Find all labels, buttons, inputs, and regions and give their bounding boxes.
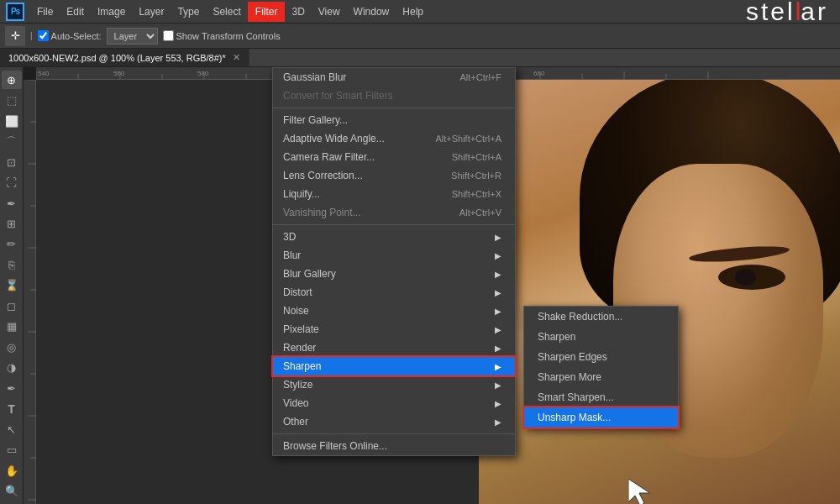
pen-icon[interactable]: ✒	[2, 379, 22, 397]
menu-3d[interactable]: 3D	[285, 3, 311, 21]
show-transform-input[interactable]	[163, 30, 174, 41]
filter-stylize-label: Stylize	[283, 379, 312, 391]
separator-1	[273, 108, 515, 108]
filter-blur-gallery-label: Blur Gallery	[283, 268, 336, 280]
filter-adaptive-label: Adaptive Wide Angle...	[283, 133, 385, 144]
sharpen-sharpen[interactable]: Sharpen	[524, 327, 678, 347]
hand-icon[interactable]: ✋	[2, 461, 22, 480]
separator-3	[273, 433, 515, 434]
ps-logo-inner: Ps	[6, 3, 24, 21]
filter-lens[interactable]: Lens Correction... Shift+Ctrl+R	[273, 166, 515, 185]
filter-browse-label: Browse Filters Online...	[283, 440, 387, 452]
filter-video[interactable]: Video ▶	[273, 394, 515, 412]
filter-lens-label: Lens Correction...	[283, 170, 363, 181]
menu-image[interactable]: Image	[91, 3, 132, 21]
filter-camera-raw[interactable]: Camera Raw Filter... Shift+Ctrl+A	[273, 148, 515, 166]
heal-icon[interactable]: ⊞	[2, 214, 22, 233]
path-select-icon[interactable]: ↖	[2, 420, 22, 438]
menu-layer[interactable]: Layer	[132, 3, 171, 21]
sharpen-submenu-container: Shake Reduction... Sharpen Sharpen Edges…	[523, 306, 679, 428]
filter-noise-arrow: ▶	[495, 307, 501, 316]
active-tab[interactable]: 840x504-NEW2.psd @ 100% (Layer 553, RGB…	[0, 49, 249, 66]
eraser-icon[interactable]: ◻	[2, 297, 22, 315]
auto-select-checkbox[interactable]: Auto-Select:	[38, 30, 102, 41]
layer-select[interactable]: Layer Group	[107, 28, 158, 45]
filter-distort[interactable]: Distort ▶	[273, 283, 515, 302]
menu-edit[interactable]: Edit	[60, 3, 91, 21]
sharpen-edges[interactable]: Sharpen Edges	[524, 347, 678, 367]
move-tool-icon[interactable]: ✛	[5, 26, 25, 46]
sharpen-smart[interactable]: Smart Sharpen...	[524, 387, 678, 407]
tab-bar: 840x504-NEW2.psd @ 100% (Layer 553, RGB…	[0, 49, 840, 67]
left-tools-panel: ⊕ ⬚ ⬜ ⌒ ⊡ ⛶ ✒ ⊞ ✏ ⎘ ⌛ ◻ ▦ ◎ ◑ ✒ T ↖ ▭ ✋ …	[0, 67, 24, 504]
filter-liquify-shortcut: Shift+Ctrl+X	[452, 189, 501, 199]
stellar-logo: stellar	[746, 0, 828, 26]
menu-file[interactable]: File	[30, 3, 60, 21]
eyedropper-icon[interactable]: ✒	[2, 194, 22, 213]
filter-gallery[interactable]: Filter Gallery...	[273, 111, 515, 129]
crop-icon[interactable]: ⛶	[2, 173, 22, 192]
filter-blur[interactable]: Blur ▶	[273, 246, 515, 265]
filter-convert-smart: Convert for Smart Filters	[273, 87, 515, 105]
menu-select[interactable]: Select	[206, 3, 247, 21]
filter-browse[interactable]: Browse Filters Online...	[273, 437, 515, 455]
menu-type[interactable]: Type	[171, 3, 206, 21]
move-icon[interactable]: ⊕	[2, 71, 22, 89]
toolbar-bar: ✛ | Auto-Select: Layer Group Show Transf…	[0, 24, 840, 49]
smart-sharpen-label: Smart Sharpen...	[538, 391, 614, 403]
clone-icon[interactable]: ⎘	[2, 255, 22, 274]
sharpen-more-label: Sharpen More	[538, 371, 601, 383]
filter-vanishing[interactable]: Vanishing Point... Alt+Ctrl+V	[273, 203, 515, 222]
sharpen-sharpen-label: Sharpen	[538, 331, 575, 343]
marquee-icon[interactable]: ⬜	[2, 112, 22, 130]
type-icon[interactable]: T	[2, 400, 22, 418]
quick-select-icon[interactable]: ⊡	[2, 153, 22, 171]
artboard-icon[interactable]: ⬚	[2, 91, 22, 109]
filter-distort-arrow: ▶	[495, 288, 501, 297]
filter-blur-gallery-arrow: ▶	[495, 270, 501, 279]
zoom-icon[interactable]: 🔍	[2, 481, 22, 500]
filter-pixelate[interactable]: Pixelate ▶	[273, 320, 515, 339]
lasso-icon[interactable]: ⌒	[2, 132, 22, 150]
menu-view[interactable]: View	[312, 3, 347, 21]
filter-noise[interactable]: Noise ▶	[273, 302, 515, 320]
shape-icon[interactable]: ▭	[2, 440, 22, 459]
filter-3d-label: 3D	[283, 231, 296, 243]
brush-icon[interactable]: ✏	[2, 235, 22, 254]
filter-distort-label: Distort	[283, 286, 312, 298]
tab-close[interactable]: ✕	[233, 52, 240, 63]
filter-3d[interactable]: 3D ▶	[273, 228, 515, 246]
filter-liquify[interactable]: Liquify... Shift+Ctrl+X	[273, 185, 515, 203]
gradient-icon[interactable]: ▦	[2, 318, 22, 336]
menu-bar: Ps File Edit Image Layer Type Select Fil…	[0, 0, 840, 24]
history-icon[interactable]: ⌛	[2, 276, 22, 295]
filter-noise-label: Noise	[283, 305, 309, 317]
filter-gaussian-blur-label: Gaussian Blur	[283, 71, 346, 83]
ruler-vertical: 0 1 2 3 4 5	[24, 80, 36, 504]
filter-other[interactable]: Other ▶	[273, 412, 515, 431]
dodge-icon[interactable]: ◑	[2, 359, 22, 377]
menu-filter[interactable]: Filter	[248, 2, 286, 22]
sharpen-edges-label: Sharpen Edges	[538, 351, 607, 363]
sharpen-unsharp-mask[interactable]: Unsharp Mask...	[524, 407, 678, 428]
menu-window[interactable]: Window	[347, 3, 396, 21]
eye-element	[718, 265, 785, 290]
menu-help[interactable]: Help	[396, 3, 430, 21]
filter-adaptive[interactable]: Adaptive Wide Angle... Alt+Shift+Ctrl+A	[273, 129, 515, 148]
svg-text:660: 660	[533, 70, 545, 77]
filter-blur-gallery[interactable]: Blur Gallery ▶	[273, 265, 515, 283]
auto-select-input[interactable]	[38, 30, 49, 41]
filter-sharpen[interactable]: Sharpen ▶	[273, 357, 515, 375]
filter-render[interactable]: Render ▶	[273, 339, 515, 357]
sharpen-shake-reduction[interactable]: Shake Reduction...	[524, 307, 678, 327]
blur-icon[interactable]: ◎	[2, 338, 22, 356]
filter-gaussian-blur[interactable]: Gaussian Blur Alt+Ctrl+F	[273, 68, 515, 87]
filter-stylize[interactable]: Stylize ▶	[273, 375, 515, 394]
filter-adaptive-shortcut: Alt+Shift+Ctrl+A	[435, 134, 501, 144]
filter-other-arrow: ▶	[495, 417, 501, 427]
show-transform-checkbox[interactable]: Show Transform Controls	[163, 30, 281, 41]
main-layout: ⊕ ⬚ ⬜ ⌒ ⊡ ⛶ ✒ ⊞ ✏ ⎘ ⌛ ◻ ▦ ◎ ◑ ✒ T ↖ ▭ ✋ …	[0, 67, 840, 504]
sharpen-more[interactable]: Sharpen More	[524, 367, 678, 387]
svg-text:580: 580	[197, 70, 209, 77]
filter-convert-smart-label: Convert for Smart Filters	[283, 90, 393, 102]
